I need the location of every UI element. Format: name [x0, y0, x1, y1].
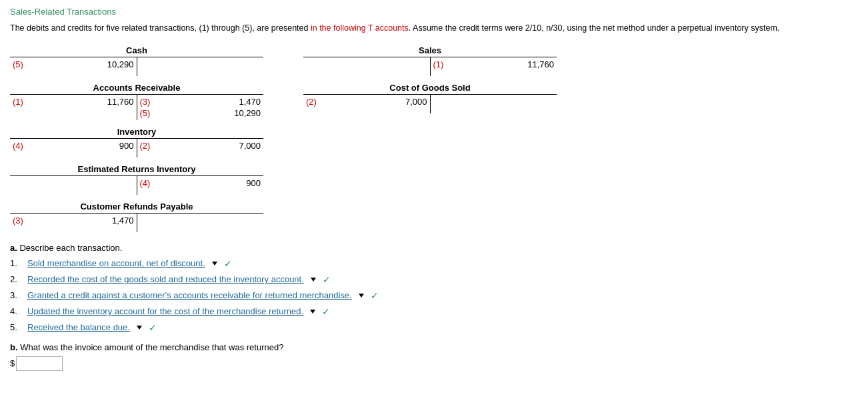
t-account-crp-debit: (3) 1,470 — [10, 214, 137, 232]
t-account-inventory-debit: (4) 900 — [10, 139, 137, 157]
t-account-estimated-returns: Estimated Returns Inventory (4) 900 — [10, 164, 263, 195]
transaction-4-check: ✓ — [322, 306, 330, 317]
ar-entry-1-amount: 11,760 — [94, 97, 134, 107]
t-account-cogs-credit — [431, 95, 557, 113]
transaction-3-dropdown[interactable] — [359, 294, 364, 298]
transaction-2-dropdown[interactable] — [311, 278, 316, 282]
cash-entry-5-amount: 10,290 — [94, 59, 134, 69]
t-account-cogs-title: Cost of Goods Sold — [303, 83, 557, 93]
t-account-cash-debit: (5) 10,290 — [10, 57, 137, 76]
t-account-crp-credit — [137, 214, 264, 232]
t-account-ar-debit: (1) 11,760 — [10, 95, 137, 120]
section-b-label: b. What was the invoice amount of the me… — [10, 342, 858, 352]
invoice-amount-input[interactable] — [16, 356, 63, 371]
page-title-link[interactable]: Sales-Related Transactions — [10, 7, 116, 17]
inv-entry-4-amount: 900 — [94, 141, 134, 151]
t-accounts-right: Sales (1) 11,760 Cost of Goods Sold (2) — [303, 45, 557, 232]
t-account-sales-debit — [303, 57, 431, 76]
t-account-cash-credit — [137, 57, 264, 76]
transaction-3-answer[interactable]: Granted a credit against a customer's ac… — [27, 290, 352, 300]
sales-credit-1-amount: 11,760 — [514, 59, 554, 69]
transaction-item-3: 3. Granted a credit against a customer's… — [10, 290, 858, 301]
transaction-4-number: 4. — [10, 306, 23, 316]
t-account-sales-credit: (1) 11,760 — [431, 57, 557, 76]
transaction-3-number: 3. — [10, 290, 23, 300]
t-account-ar-title: Accounts Receivable — [10, 83, 263, 93]
t-account-inventory: Inventory (4) 900 (2) 7,000 — [10, 127, 263, 157]
section-a-label: a. Describe each transaction. — [10, 243, 858, 253]
t-account-sales-title: Sales — [303, 45, 557, 55]
t-accounts-container: Cash (5) 10,290 Accounts Receivable (1) — [10, 45, 858, 232]
intro-text: The debits and credits for five related … — [10, 22, 858, 35]
t-accounts-left: Cash (5) 10,290 Accounts Receivable (1) — [10, 45, 263, 232]
transaction-5-number: 5. — [10, 322, 23, 332]
crp-entry-3-label: (3) — [13, 216, 33, 226]
transaction-1-number: 1. — [10, 258, 23, 268]
eri-credit-4-label: (4) — [140, 178, 160, 188]
inv-credit-2-label: (2) — [140, 141, 160, 151]
ar-entry-1-label: (1) — [13, 97, 33, 107]
transaction-2-number: 2. — [10, 274, 23, 284]
transactions-list: 1. Sold merchandise on account, net of d… — [10, 258, 858, 333]
t-account-cogs-debit: (2) 7,000 — [303, 95, 431, 113]
transaction-item-4: 4. Updated the inventory account for the… — [10, 306, 858, 317]
transaction-4-answer[interactable]: Updated the inventory account for the co… — [27, 306, 303, 316]
ar-credit-5-label: (5) — [140, 108, 160, 118]
transaction-1-check: ✓ — [224, 258, 232, 269]
sales-credit-1-label: (1) — [433, 59, 453, 69]
transaction-5-check: ✓ — [149, 322, 157, 333]
transaction-1-answer[interactable]: Sold merchandise on account, net of disc… — [27, 258, 205, 268]
ar-credit-3-label: (3) — [140, 97, 160, 107]
transaction-item-5: 5. Received the balance due. ✓ — [10, 322, 858, 333]
transaction-2-check: ✓ — [323, 274, 331, 285]
cogs-entry-2-amount: 7,000 — [387, 97, 427, 107]
page-title: Sales-Related Transactions — [10, 7, 858, 17]
t-account-inventory-credit: (2) 7,000 — [137, 139, 264, 157]
transaction-1-dropdown[interactable] — [212, 262, 217, 266]
t-account-cash-title: Cash — [10, 45, 263, 55]
t-account-cogs: Cost of Goods Sold (2) 7,000 — [303, 83, 557, 113]
t-account-cash: Cash (5) 10,290 — [10, 45, 263, 76]
transaction-item-2: 2. Recorded the cost of the goods sold a… — [10, 274, 858, 285]
t-account-eri-credit: (4) 900 — [137, 176, 264, 195]
t-account-eri-debit — [10, 176, 137, 195]
t-account-sales: Sales (1) 11,760 — [303, 45, 557, 76]
inv-entry-4-label: (4) — [13, 141, 33, 151]
t-account-customer-refunds: Customer Refunds Payable (3) 1,470 — [10, 202, 263, 232]
t-account-ar-credit: (3) 1,470 (5) 10,290 — [137, 95, 264, 120]
t-account-inventory-title: Inventory — [10, 127, 263, 137]
ar-credit-5-amount: 10,290 — [221, 108, 261, 118]
t-account-accounts-receivable: Accounts Receivable (1) 11,760 (3) 1,470… — [10, 83, 263, 120]
crp-entry-3-amount: 1,470 — [94, 216, 134, 226]
transaction-3-check: ✓ — [371, 290, 379, 301]
transaction-5-answer[interactable]: Received the balance due. — [27, 322, 130, 332]
t-account-crp-title: Customer Refunds Payable — [10, 202, 263, 212]
transaction-item-1: 1. Sold merchandise on account, net of d… — [10, 258, 858, 269]
transaction-2-answer[interactable]: Recorded the cost of the goods sold and … — [27, 274, 304, 284]
cash-entry-5-label: (5) — [13, 59, 33, 69]
ar-credit-3-amount: 1,470 — [221, 97, 261, 107]
t-account-eri-title: Estimated Returns Inventory — [10, 164, 263, 174]
cogs-entry-2-label: (2) — [306, 97, 326, 107]
inv-credit-2-amount: 7,000 — [221, 141, 261, 151]
transaction-4-dropdown[interactable] — [310, 310, 315, 314]
dollar-sign: $ — [10, 358, 15, 368]
transaction-5-dropdown[interactable] — [137, 326, 142, 330]
eri-credit-4-amount: 900 — [221, 178, 261, 188]
section-b-input-container: $ — [10, 356, 858, 371]
